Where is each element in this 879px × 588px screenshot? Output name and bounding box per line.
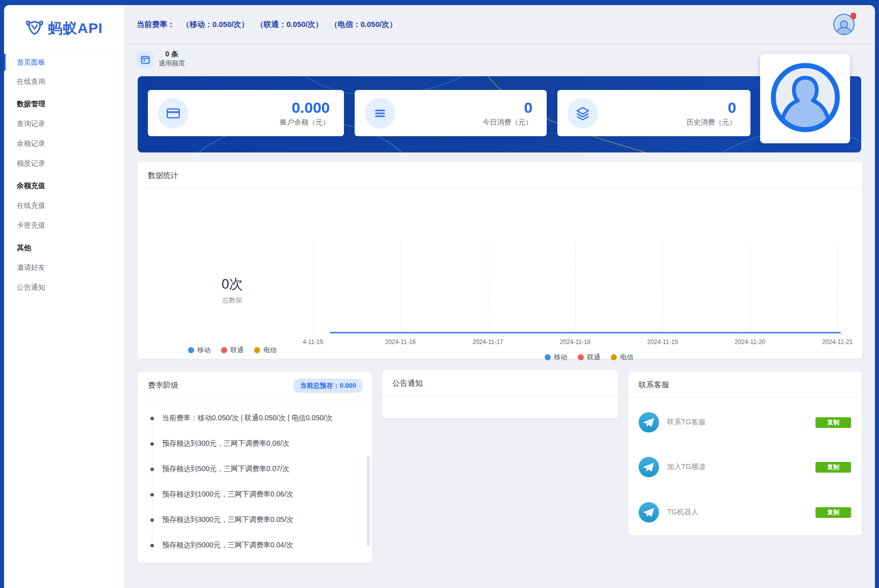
timeline-dot-icon bbox=[149, 517, 155, 523]
total-count: 0次 bbox=[181, 276, 283, 292]
balance-value: 0.000 bbox=[280, 100, 330, 116]
user-avatar[interactable] bbox=[833, 14, 855, 35]
rate-telecom: （电信：0.050/次） bbox=[330, 20, 397, 29]
sidebar-item-invite-friends[interactable]: 邀请好友 bbox=[4, 258, 124, 277]
donut-legend: 移动 联通 电信 bbox=[138, 346, 327, 355]
legend-label: 联通 bbox=[587, 353, 601, 362]
line-chart-legend: 移动 联通 电信 bbox=[487, 353, 690, 362]
support-row-tg-service: 联系TG客服 复制 bbox=[629, 400, 862, 445]
rate-tier-text: 预存额达到3000元，三网下调费率0.05/次 bbox=[162, 515, 293, 524]
rate-tier-text: 预存额达到500元，三网下调费率0.07/次 bbox=[162, 465, 290, 474]
x-axis-label: 2024-11-20 bbox=[727, 338, 773, 346]
support-label: 联系TG客服 bbox=[667, 418, 705, 427]
rate-tiers-panel: 费率阶级 当前总预存：0.000 当前费率：移动0.050/次 | 联通0.05… bbox=[138, 372, 372, 563]
contact-support-panel: 联系客服 联系TG客服 复制 bbox=[629, 372, 862, 535]
rate-tier-text: 预存额达到5000元，三网下调费率0.04/次 bbox=[162, 541, 293, 550]
rate-unicom: （联通：0.050/次） bbox=[256, 20, 323, 29]
x-axis-label: 4-11-15 bbox=[290, 338, 336, 346]
legend-item-unicom[interactable]: 联通 bbox=[578, 353, 601, 362]
sidebar-item-dashboard[interactable]: 首页面板 bbox=[4, 53, 124, 72]
telecom-dot-icon bbox=[254, 347, 260, 353]
sidebar-section-other: 其他 bbox=[4, 235, 124, 258]
legend-item-unicom[interactable]: 联通 bbox=[221, 346, 244, 355]
profile-person-icon bbox=[767, 59, 843, 138]
chart-area: 0次 总数据 移动 联通 电信 bbox=[138, 189, 862, 359]
app-frame: 蚂蚁API 首页面板 在线查询 数据管理 查询记录 余额记录 额度记录 余额充值… bbox=[4, 5, 875, 588]
rate-tier-item: 预存额达到5000元，三网下调费率0.04/次 bbox=[138, 533, 365, 553]
gridline bbox=[313, 244, 313, 333]
support-label: 加入TG频道 bbox=[667, 462, 705, 472]
announcement-title: 公告通知 bbox=[382, 370, 618, 396]
timeline-dot-icon bbox=[149, 543, 155, 548]
gridline bbox=[488, 244, 488, 333]
telegram-icon bbox=[639, 502, 659, 522]
sidebar-item-query-records[interactable]: 查询记录 bbox=[4, 114, 124, 134]
announcement-panel: 公告通知 bbox=[382, 370, 618, 418]
legend-item-telecom[interactable]: 电信 bbox=[254, 346, 277, 355]
rate-panel-header: 费率阶级 当前总预存：0.000 bbox=[138, 372, 372, 400]
legend-item-mobile[interactable]: 移动 bbox=[188, 346, 211, 355]
total-prepaid-badge: 当前总预存：0.000 bbox=[293, 379, 363, 393]
copy-tg-service-button[interactable]: 复制 bbox=[815, 417, 851, 428]
x-axis-label: 2024-11-21 bbox=[814, 338, 860, 346]
series-line-zero bbox=[330, 332, 841, 333]
legend-label: 电信 bbox=[620, 353, 634, 362]
rate-panel-title: 费率阶级 bbox=[148, 381, 178, 390]
x-axis-label: 2024-11-16 bbox=[378, 338, 423, 346]
timeline-dot-icon bbox=[149, 416, 155, 421]
sidebar-item-online-recharge[interactable]: 在线充值 bbox=[4, 196, 124, 215]
scrollbar-thumb[interactable] bbox=[367, 456, 370, 546]
gridline bbox=[837, 244, 838, 333]
sidebar-item-online-query[interactable]: 在线查询 bbox=[4, 72, 124, 91]
main-column: 当前费率： （移动：0.050/次） （联通：0.050/次） （电信：0.05… bbox=[124, 5, 875, 588]
support-title: 联系客服 bbox=[629, 372, 862, 397]
unicom-dot-icon bbox=[578, 354, 584, 360]
notification-dot bbox=[851, 13, 856, 19]
chart-title: 数据统计 bbox=[138, 162, 862, 189]
legend-item-mobile[interactable]: 移动 bbox=[545, 353, 568, 362]
sidebar-item-balance-records[interactable]: 余额记录 bbox=[4, 134, 124, 153]
rate-mobile: （移动：0.050/次） bbox=[182, 20, 249, 29]
copy-tg-bot-button[interactable]: 复制 bbox=[815, 507, 851, 518]
sidebar-section-recharge: 余额充值 bbox=[4, 173, 124, 196]
rate-tier-list: 当前费率：移动0.050/次 | 联通0.050/次 | 电信0.050/次 预… bbox=[138, 400, 372, 553]
legend-label: 移动 bbox=[198, 346, 211, 355]
quota-count: 0 条 bbox=[155, 49, 188, 59]
topbar: 当前费率： （移动：0.050/次） （联通：0.050/次） （电信：0.05… bbox=[124, 5, 875, 44]
rate-tier-item: 预存额达到300元，三网下调费率0.08/次 bbox=[138, 431, 365, 456]
telegram-icon bbox=[639, 457, 659, 477]
rate-tier-item: 当前费率：移动0.050/次 | 联通0.050/次 | 电信0.050/次 bbox=[138, 406, 365, 431]
today-consumption-card: 0 今日消费（元） bbox=[355, 90, 547, 136]
support-label: TG机器人 bbox=[667, 508, 698, 517]
copy-tg-channel-button[interactable]: 复制 bbox=[815, 462, 851, 473]
sidebar-item-announcements[interactable]: 公告通知 bbox=[4, 277, 124, 297]
legend-item-telecom[interactable]: 电信 bbox=[611, 353, 634, 362]
calendar-icon bbox=[137, 51, 153, 68]
balance-card: 0.000 账户余额（元） bbox=[148, 90, 344, 136]
sidebar-section-data-management: 数据管理 bbox=[4, 91, 124, 114]
telecom-dot-icon bbox=[611, 354, 617, 360]
gridline bbox=[663, 244, 663, 333]
logo: 蚂蚁API bbox=[4, 5, 124, 52]
current-rates: 当前费率： （移动：0.050/次） （联通：0.050/次） （电信：0.05… bbox=[137, 20, 397, 29]
x-axis-label: 2024-11-18 bbox=[552, 338, 598, 346]
support-row-tg-bot: TG机器人 复制 bbox=[629, 490, 862, 535]
gridline bbox=[750, 244, 750, 333]
support-row-tg-channel: 加入TG频道 复制 bbox=[629, 445, 862, 489]
timeline-dot-icon bbox=[149, 492, 155, 498]
general-quota: 0 条 通用额度 bbox=[155, 49, 188, 68]
divider bbox=[629, 397, 862, 398]
sidebar-item-card-recharge[interactable]: 卡密充值 bbox=[4, 215, 124, 235]
sidebar-item-quota-records[interactable]: 额度记录 bbox=[4, 153, 124, 173]
sidebar-menu: 首页面板 在线查询 数据管理 查询记录 余额记录 额度记录 余额充值 在线充值 … bbox=[4, 52, 124, 297]
ant-shield-logo-icon bbox=[25, 18, 44, 39]
rate-tier-text: 当前费率：移动0.050/次 | 联通0.050/次 | 电信0.050/次 bbox=[162, 414, 333, 423]
mobile-dot-icon bbox=[188, 347, 194, 353]
balance-label: 账户余额（元） bbox=[280, 118, 330, 127]
legend-label: 移动 bbox=[554, 353, 568, 362]
today-consumption-label: 今日消费（元） bbox=[483, 118, 532, 127]
rate-tier-item: 预存额达到500元，三网下调费率0.07/次 bbox=[138, 456, 365, 482]
gridline bbox=[575, 244, 576, 333]
x-axis-label: 2024-11-19 bbox=[640, 338, 685, 346]
data-statistics-card: 数据统计 0次 总数据 移动 联通 电信 bbox=[138, 162, 862, 359]
